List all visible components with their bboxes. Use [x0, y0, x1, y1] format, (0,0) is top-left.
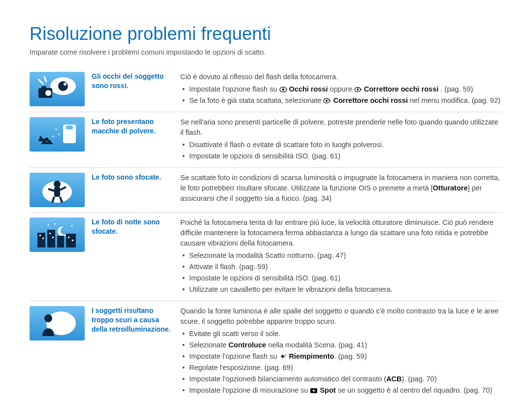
svg-rect-34	[42, 238, 44, 239]
svg-rect-30	[47, 230, 55, 247]
row-label: Le foto presentano macchie di polvere.	[92, 117, 174, 136]
row-desc: Ciò è dovuto al riflesso del flash della…	[180, 72, 502, 107]
svg-rect-38	[72, 240, 73, 241]
row-night: Le foto di notte sono sfocate. Poiché la…	[30, 212, 502, 301]
row-label: Le foto di notte sono sfocate.	[92, 217, 174, 236]
svg-rect-21	[54, 187, 60, 197]
svg-point-17	[59, 134, 60, 135]
row-redeye: Gli occhi del soggetto sono rossi. Ciò è…	[30, 67, 502, 112]
row-label: Le foto sono sfocate.	[92, 173, 174, 182]
night-icon	[30, 217, 85, 252]
svg-rect-37	[68, 237, 69, 238]
svg-point-2	[64, 83, 66, 86]
svg-rect-29	[37, 233, 45, 247]
eye-check-icon	[323, 98, 331, 104]
row-dust: Le foto presentano macchie di polvere. S…	[30, 112, 502, 167]
svg-point-27	[55, 223, 56, 225]
eye-check-icon	[354, 87, 362, 93]
row-label: I soggetti risultano troppo scuri a caus…	[92, 306, 174, 334]
blur-icon	[30, 173, 85, 207]
svg-point-1	[58, 81, 68, 91]
row-desc: Se nell'aria sono presenti particelle di…	[180, 117, 502, 162]
row-desc: Se scattate foto in condizioni di scarsa…	[180, 173, 502, 206]
page-title: Risoluzione problemi frequenti	[30, 24, 502, 44]
backlight-icon	[30, 306, 85, 340]
troubleshoot-list: Gli occhi del soggetto sono rossi. Ciò è…	[30, 67, 502, 401]
svg-text:F: F	[285, 354, 287, 357]
svg-point-11	[357, 89, 359, 91]
svg-point-18	[53, 136, 54, 137]
svg-rect-15	[66, 125, 73, 129]
svg-point-9	[282, 89, 284, 91]
row-desc: Quando la fonte luminosa è alle spalle d…	[180, 306, 502, 397]
svg-point-40	[44, 314, 52, 322]
svg-point-43	[313, 390, 315, 392]
svg-point-16	[56, 129, 57, 130]
svg-point-5	[45, 90, 51, 96]
redeye-icon	[30, 72, 85, 106]
row-backlight: I soggetti risultano troppo scuri a caus…	[30, 301, 502, 401]
row-desc: Poiché la fotocamera tenta di far entrar…	[180, 217, 502, 296]
svg-line-6	[38, 79, 43, 84]
svg-point-13	[326, 100, 328, 102]
svg-rect-32	[66, 234, 76, 247]
spot-icon	[310, 388, 318, 394]
flash-icon: F	[279, 354, 287, 360]
svg-rect-35	[49, 233, 51, 234]
svg-rect-31	[57, 236, 64, 247]
svg-rect-33	[39, 235, 41, 236]
eye-icon	[279, 87, 287, 93]
row-blur: Le foto sono sfocate. Se scattate foto i…	[30, 167, 502, 212]
svg-line-7	[44, 76, 46, 82]
page-subtitle: Imparate come risolvere i problemi comun…	[30, 48, 502, 56]
row-label: Gli occhi del soggetto sono rossi.	[92, 72, 174, 91]
svg-rect-36	[52, 237, 54, 238]
svg-point-20	[54, 181, 61, 187]
svg-rect-4	[41, 86, 46, 89]
dust-icon	[30, 117, 85, 152]
svg-point-28	[71, 225, 73, 227]
svg-point-26	[48, 224, 49, 226]
